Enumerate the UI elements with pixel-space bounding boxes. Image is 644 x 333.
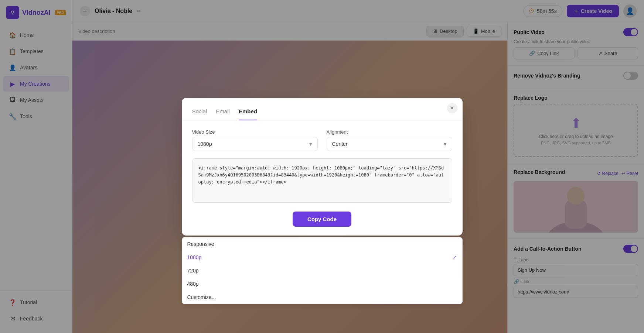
alignment-field: Alignment Center Left Right ▼ [327, 129, 452, 151]
modal-close-button[interactable]: × [447, 103, 457, 113]
dropdown-item-480p[interactable]: 480p [182, 277, 462, 291]
check-icon: ✓ [453, 254, 457, 260]
dropdown-item-1080p[interactable]: 1080p ✓ [182, 251, 462, 264]
modal-overlay[interactable]: × Social Email Embed Video Size Responsi… [0, 0, 644, 333]
modal-tabs: Social Email Embed [182, 98, 463, 120]
embed-code-box[interactable]: <iframe style="margin:auto; width: 1920p… [192, 158, 452, 203]
video-size-label: Video Size [192, 129, 318, 135]
alignment-label: Alignment [327, 129, 452, 135]
alignment-select-wrapper: Center Left Right ▼ [327, 137, 452, 151]
alignment-select[interactable]: Center Left Right [327, 137, 452, 151]
modal-body: Video Size Responsive 1080p 720p 480p Cu… [182, 120, 463, 236]
embed-modal: × Social Email Embed Video Size Responsi… [182, 98, 463, 236]
modal-config-row: Video Size Responsive 1080p 720p 480p Cu… [192, 129, 452, 151]
dropdown-item-responsive[interactable]: Responsive [182, 237, 462, 251]
dropdown-item-customize[interactable]: Customize... [182, 291, 462, 304]
video-size-select-wrapper: Responsive 1080p 720p 480p Customize... … [192, 137, 318, 151]
copy-code-button[interactable]: Copy Code [293, 212, 351, 227]
size-dropdown-menu: Responsive 1080p ✓ 720p 480p [182, 237, 463, 304]
video-size-select[interactable]: Responsive 1080p 720p 480p Customize... [192, 137, 318, 151]
tab-embed[interactable]: Embed [239, 105, 257, 120]
tab-email[interactable]: Email [216, 105, 230, 120]
tab-social[interactable]: Social [192, 105, 207, 120]
video-size-field: Video Size Responsive 1080p 720p 480p Cu… [192, 129, 318, 151]
dropdown-item-720p[interactable]: 720p [182, 264, 462, 277]
